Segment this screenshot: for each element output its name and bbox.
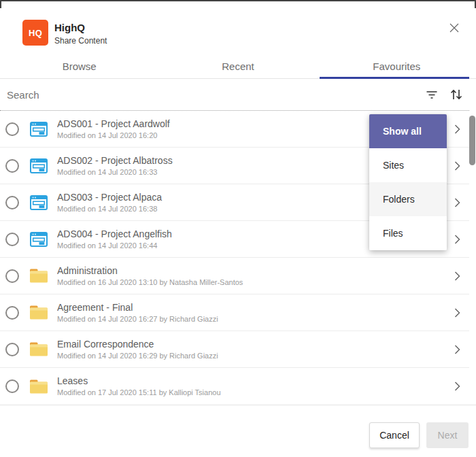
chevron-right-icon[interactable] (454, 344, 460, 355)
highq-logo: HQ (22, 20, 48, 46)
dialog-subtitle: Share Content (54, 36, 107, 46)
item-modified-meta: Modified on 16 Jul 2020 13:10 by Natasha… (57, 278, 454, 287)
search-bar (0, 79, 469, 111)
dialog-header: HQ HighQ Share Content (0, 1, 476, 54)
filter-menu-item-label: Folders (383, 194, 415, 205)
tab-favourites[interactable]: Favourites (318, 54, 476, 78)
folder-icon (30, 269, 48, 283)
radio-button[interactable] (5, 233, 19, 246)
site-icon (30, 195, 48, 210)
list-item[interactable]: Leases Modified on 17 Jul 2020 15:11 by … (0, 368, 469, 405)
radio-button[interactable] (5, 269, 19, 283)
filter-menu-item-label: Sites (383, 160, 404, 171)
list-item[interactable]: Administration Modified on 16 Jul 2020 1… (0, 258, 469, 294)
filter-dropdown-menu: Show all Sites Folders Files (369, 114, 447, 250)
folder-icon (30, 342, 48, 356)
item-modified-meta: Modified on 17 Jul 2020 15:11 by Kalliop… (57, 388, 454, 397)
close-icon (449, 22, 460, 33)
sort-arrows-icon (449, 88, 463, 101)
site-icon (30, 122, 48, 137)
filter-menu-item-show-all[interactable]: Show all (369, 114, 447, 148)
chevron-right-icon[interactable] (454, 124, 460, 135)
radio-button[interactable] (5, 379, 19, 393)
item-title: Administration (57, 265, 454, 277)
item-title: Email Correspondence (57, 339, 454, 350)
sort-button[interactable] (449, 87, 464, 102)
item-text-block: Administration Modified on 16 Jul 2020 1… (57, 265, 454, 287)
filter-menu-item-files[interactable]: Files (369, 216, 447, 250)
chevron-right-icon[interactable] (454, 234, 460, 245)
filter-button[interactable] (424, 87, 439, 102)
filter-menu-item-label: Files (383, 228, 403, 239)
radio-button[interactable] (5, 343, 19, 356)
item-modified-meta: Modified on 14 Jul 2020 16:27 by Richard… (57, 315, 454, 324)
item-text-block: Email Correspondence Modified on 14 Jul … (57, 339, 454, 360)
dialog-footer: Cancel Next (0, 405, 476, 457)
radio-button[interactable] (5, 122, 19, 136)
app-title: HighQ (54, 22, 107, 33)
tab-label: Recent (222, 61, 254, 72)
next-button[interactable]: Next (426, 422, 469, 448)
chevron-right-icon[interactable] (454, 307, 460, 318)
search-input[interactable] (7, 79, 299, 110)
site-icon (30, 232, 48, 247)
share-content-dialog: HQ HighQ Share Content Browse Recent Fav… (0, 0, 476, 457)
tab-bar: Browse Recent Favourites (0, 54, 476, 79)
title-block: HighQ Share Content (54, 22, 107, 46)
item-title: Leases (57, 375, 454, 387)
list-item[interactable]: Email Correspondence Modified on 14 Jul … (0, 331, 469, 368)
chevron-right-icon[interactable] (454, 160, 460, 171)
filter-icon (426, 89, 438, 100)
close-button[interactable] (447, 20, 462, 35)
scrollbar-thumb[interactable] (469, 116, 475, 165)
cancel-button[interactable]: Cancel (369, 422, 420, 448)
folder-icon (30, 379, 48, 394)
chevron-right-icon[interactable] (454, 381, 460, 392)
site-icon (30, 158, 48, 173)
radio-button[interactable] (5, 159, 19, 173)
filter-menu-item-label: Show all (383, 126, 422, 137)
radio-button[interactable] (5, 196, 19, 209)
chevron-right-icon[interactable] (454, 271, 460, 282)
item-title: Agreement - Final (57, 302, 454, 314)
filter-menu-item-folders[interactable]: Folders (369, 182, 447, 216)
radio-button[interactable] (5, 306, 19, 320)
window-border-left (0, 1, 1, 8)
chevron-right-icon[interactable] (454, 197, 460, 208)
list-item[interactable]: Agreement - Final Modified on 14 Jul 202… (0, 294, 469, 331)
item-text-block: Leases Modified on 17 Jul 2020 15:11 by … (57, 375, 454, 397)
tab-browse[interactable]: Browse (0, 54, 158, 78)
tab-label: Favourites (373, 61, 420, 72)
item-modified-meta: Modified on 14 Jul 2020 16:29 by Richard… (57, 352, 454, 360)
tab-recent[interactable]: Recent (158, 54, 317, 78)
filter-menu-item-sites[interactable]: Sites (369, 148, 447, 182)
item-text-block: Agreement - Final Modified on 14 Jul 202… (57, 302, 454, 324)
tab-label: Browse (63, 61, 97, 72)
folder-icon (30, 305, 48, 320)
